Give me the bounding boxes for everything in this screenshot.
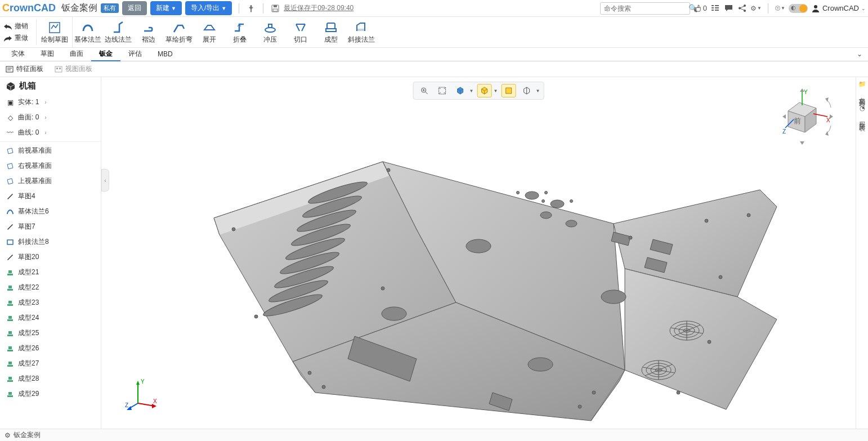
tab-sketch[interactable]: 草图 [33, 48, 62, 61]
feature-form23[interactable]: 成型23 [0, 295, 101, 310]
save-icon[interactable] [270, 3, 280, 14]
top-plane[interactable]: 上视基准面 [0, 173, 101, 189]
theme-toggle[interactable]: ◐ [789, 4, 808, 13]
redo-button[interactable]: 重做 [3, 33, 33, 43]
part-title[interactable]: 机箱 [0, 77, 101, 95]
comment-icon[interactable] [724, 3, 734, 14]
unfold-button[interactable]: 展开 [194, 17, 225, 47]
svg-point-40 [528, 358, 553, 371]
folder-icon[interactable]: 📁 [858, 81, 866, 88]
miter-flange-button[interactable]: 斜接法兰 [346, 17, 377, 47]
share-icon[interactable] [737, 3, 748, 14]
document-list-panel[interactable]: 文档列表 [858, 92, 866, 97]
svg-marker-93 [830, 114, 833, 119]
feature-sketch4[interactable]: 草图4 [0, 189, 101, 204]
solid-count[interactable]: ▣实体: 1› [0, 95, 101, 110]
feature-form26[interactable]: 成型26 [0, 341, 101, 356]
like-counter[interactable]: 0 [693, 4, 707, 12]
tab-mbd[interactable]: MBD [150, 48, 181, 61]
feature-form25[interactable]: 成型25 [0, 326, 101, 341]
form-icon [6, 314, 15, 323]
svg-point-43 [540, 212, 552, 219]
right-plane[interactable]: 右视基准面 [0, 158, 101, 173]
help-icon[interactable]: ?▼ [775, 3, 785, 14]
section-view-button[interactable] [519, 84, 534, 97]
moon-icon: ◐ [791, 5, 796, 11]
logo-text: rownCAD [10, 2, 56, 14]
last-saved-text[interactable]: 最近保存于09-28 09:40 [284, 3, 354, 13]
feature-panel-tab[interactable]: 特征面板 [0, 61, 49, 77]
edge-flange-button[interactable]: 边线法兰 [103, 17, 133, 47]
main-area: 机箱 ▣实体: 1› ◇曲面: 0› 〰曲线: 0› 前视基准面 右视基准面 上… [0, 77, 868, 429]
zoom-fit-button[interactable] [417, 84, 432, 97]
feature-form24[interactable]: 成型24 [0, 310, 101, 326]
form-icon [6, 344, 15, 353]
cut-button[interactable]: 切口 [285, 17, 316, 47]
navigation-cube[interactable]: 前 Y X Z [782, 88, 839, 150]
svg-point-45 [517, 191, 520, 194]
punch-button[interactable]: 冲压 [255, 17, 285, 47]
tab-solid[interactable]: 实体 [3, 48, 33, 61]
plane-icon [6, 162, 15, 171]
feature-form28[interactable]: 成型28 [0, 371, 101, 386]
svg-rect-1 [274, 5, 277, 7]
svg-rect-22 [56, 68, 58, 69]
footer-doc-name[interactable]: 钣金案例 [14, 430, 41, 440]
feature-miterflange8[interactable]: 斜接法兰8 [0, 234, 101, 250]
search-input[interactable] [604, 5, 688, 12]
sidebar-collapse-handle[interactable]: ‹ [101, 169, 109, 191]
svg-point-64 [592, 391, 596, 394]
svg-point-57 [232, 228, 235, 231]
forming-button[interactable]: 成型 [316, 17, 346, 47]
undo-button[interactable]: 撤销 [3, 21, 33, 31]
new-button[interactable]: 新建▼ [150, 1, 182, 15]
sketch-button[interactable]: 绘制草图 [37, 17, 73, 47]
3d-viewport[interactable]: ▼ ▼ ▼ [101, 77, 856, 429]
pin-icon[interactable] [246, 3, 256, 14]
tab-sheetmetal[interactable]: 钣金 [91, 48, 120, 61]
fold-icon [232, 20, 247, 35]
plane-icon [6, 146, 15, 155]
back-button[interactable]: 返回 [122, 1, 147, 15]
feature-form22[interactable]: 成型22 [0, 280, 101, 295]
sketch-icon [6, 222, 15, 231]
form-icon [6, 329, 15, 338]
tab-surface[interactable]: 曲面 [62, 48, 91, 61]
front-plane[interactable]: 前视基准面 [0, 143, 101, 158]
base-flange-button[interactable]: 基体法兰 [73, 17, 103, 47]
collapse-ribbon-icon[interactable]: ⌄ [857, 50, 862, 58]
feature-baseflange6[interactable]: 基体法兰6 [0, 204, 101, 219]
app-logo[interactable]: CrownCAD [2, 2, 56, 14]
form-icon [6, 375, 15, 384]
feature-form27[interactable]: 成型27 [0, 356, 101, 371]
gear-icon[interactable]: ⚙ [5, 431, 11, 439]
command-search-box[interactable]: 🔍 [600, 2, 690, 15]
fold-button[interactable]: 折叠 [225, 17, 255, 47]
feature-form21[interactable]: 成型21 [0, 265, 101, 280]
feature-tree-sidebar: 机箱 ▣实体: 1› ◇曲面: 0› 〰曲线: 0› 前视基准面 右视基准面 上… [0, 77, 101, 429]
perspective-button[interactable] [501, 84, 516, 97]
feature-sketch7[interactable]: 草图7 [0, 219, 101, 234]
settings-gear-icon[interactable]: ⚙▼ [751, 3, 761, 14]
svg-point-14 [814, 5, 817, 8]
svg-point-10 [739, 7, 741, 10]
view-panel-tab[interactable]: 视图面板 [49, 61, 98, 77]
view-orientation-button[interactable] [453, 84, 468, 97]
user-menu[interactable]: CrownCAD ⌄ [811, 4, 866, 13]
feature-sketch20[interactable]: 草图20 [0, 250, 101, 265]
program-list-panel[interactable]: 程序列表 [858, 117, 866, 121]
menu-list-icon[interactable] [710, 3, 721, 14]
sketched-bend-button[interactable]: 草绘折弯 [164, 17, 194, 47]
import-export-button[interactable]: 导入/导出▼ [185, 1, 232, 15]
clock-icon[interactable]: ◔ [860, 105, 865, 112]
curve-count[interactable]: 〰曲线: 0› [0, 125, 101, 140]
surface-count[interactable]: ◇曲面: 0› [0, 110, 101, 125]
zoom-extent-button[interactable] [435, 84, 450, 97]
tab-evaluate[interactable]: 评估 [120, 48, 150, 61]
hem-button[interactable]: 褶边 [133, 17, 164, 47]
surface-icon: ◇ [6, 113, 15, 122]
curve-icon: 〰 [6, 128, 15, 137]
display-style-button[interactable] [477, 84, 492, 97]
feature-form29[interactable]: 成型29 [0, 386, 101, 402]
undo-icon [3, 23, 12, 30]
